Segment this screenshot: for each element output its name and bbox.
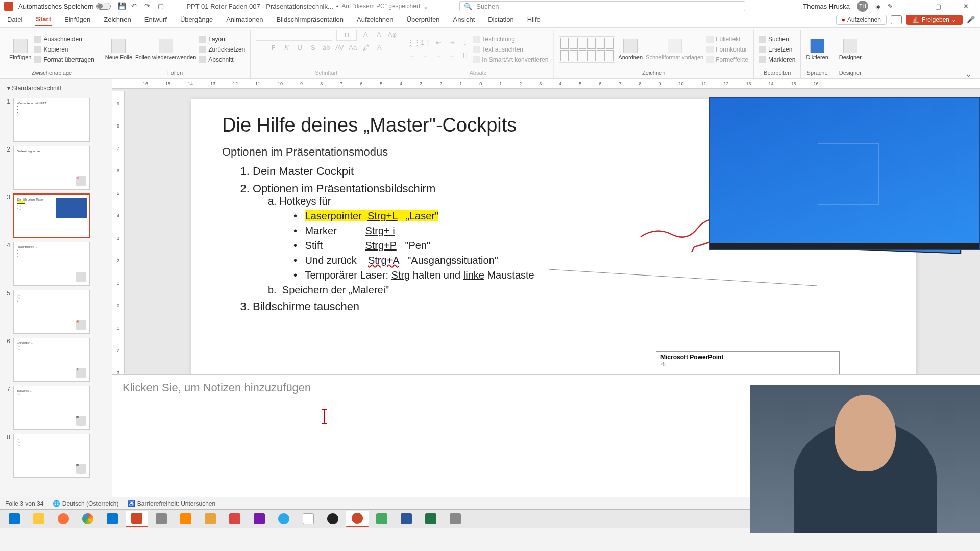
smartart-button[interactable]: In SmartArt konvertieren (473, 56, 548, 64)
app-button-5[interactable] (371, 511, 393, 527)
layout-button[interactable]: Layout (199, 35, 245, 43)
toggle-icon[interactable] (96, 3, 111, 10)
excel-button[interactable] (420, 511, 442, 527)
section-button[interactable]: Abschnitt (199, 56, 245, 64)
dictate-button[interactable]: Diktieren (806, 39, 828, 60)
grow-font-icon[interactable]: A (361, 31, 370, 40)
thumbnail-2[interactable]: Bedeutung in der ...🧠 (13, 146, 90, 190)
shape-rect-icon[interactable] (560, 38, 569, 49)
text-direction-button[interactable]: Textrichtung (473, 35, 548, 43)
app-button-3[interactable] (224, 511, 246, 527)
select-button[interactable]: Markieren (759, 56, 795, 64)
thumbnail-7[interactable]: Blickwinkel ...• ...🖼 (13, 386, 90, 430)
present-icon[interactable]: ▢ (158, 2, 166, 10)
font-size-select[interactable]: 11 (336, 30, 357, 41)
align-left-button[interactable]: ≡ (407, 51, 416, 60)
tab-start[interactable]: Start (35, 13, 52, 26)
minimize-button[interactable]: — (900, 1, 921, 12)
slide-position[interactable]: Folie 3 von 34 (5, 500, 43, 507)
justify-button[interactable]: ≡ (447, 51, 456, 60)
case-button[interactable]: Aa (348, 44, 357, 53)
shape-effects-button[interactable]: Formeffekte (706, 56, 748, 64)
tab-bildschirmpraesentation[interactable]: Bildschirmpräsentation (275, 14, 345, 26)
recording-button[interactable] (346, 511, 369, 527)
outlook-button[interactable] (101, 511, 124, 527)
align-text-button[interactable]: Text ausrichten (473, 45, 548, 54)
tab-ansicht[interactable]: Ansicht (452, 14, 476, 26)
columns-button[interactable]: ⫼ (460, 51, 470, 60)
thumbnail-6[interactable]: Grundlagen ...• ...• ...🕴 (13, 338, 90, 382)
clear-format-icon[interactable]: Aφ (387, 31, 397, 40)
word-button[interactable] (395, 511, 418, 527)
undo-icon[interactable]: ↶ (131, 2, 139, 10)
numbering-button[interactable]: 1⋮ (421, 39, 430, 48)
find-button[interactable]: Suchen (759, 35, 795, 43)
language-status[interactable]: 🌐 Deutsch (Österreich) (53, 500, 118, 507)
app-button-6[interactable] (444, 511, 467, 527)
shape-fill-button[interactable]: Fülleffekt (706, 35, 748, 43)
user-name[interactable]: Thomas Hruska (803, 3, 850, 10)
telegram-button[interactable] (273, 511, 295, 527)
file-explorer-button[interactable] (28, 511, 50, 527)
format-painter-button[interactable]: Format übertragen (34, 56, 94, 64)
line-spacing-button[interactable]: ↕ (460, 39, 470, 48)
reuse-slides-button[interactable]: Folien wiederverwenden (135, 39, 196, 60)
chrome-button[interactable] (77, 511, 99, 527)
tab-uebergaenge[interactable]: Übergänge (179, 14, 214, 26)
pen-icon[interactable]: ✎ (888, 3, 893, 10)
thumbnail-5[interactable]: • ...• ...• ...🍂 (13, 290, 90, 334)
outdent-button[interactable]: ⇤ (434, 39, 443, 48)
list-item[interactable]: Bildschirme tauschen (253, 300, 886, 313)
highlight-color-button[interactable]: 🖍 (361, 44, 371, 53)
designer-button[interactable]: Designer (839, 39, 862, 60)
avatar[interactable]: TH (857, 1, 868, 12)
reset-button[interactable]: Zurücksetzen (199, 45, 245, 54)
align-right-button[interactable]: ≡ (434, 51, 443, 60)
record-button[interactable]: Aufzeichnen (836, 15, 887, 25)
strike-button[interactable]: S (308, 44, 317, 53)
new-slide-button[interactable]: Neue Folie (105, 39, 132, 60)
bullets-button[interactable]: ⋮⋮ (407, 39, 416, 48)
tab-ueberpruefen[interactable]: Überprüfen (406, 14, 441, 26)
tab-entwurf[interactable]: Entwurf (143, 14, 168, 26)
onenote-button[interactable] (248, 511, 271, 527)
hotkey-row[interactable]: Und zurück Strg+A "Ausgangssituation" (293, 255, 886, 266)
diamond-icon[interactable]: ◈ (875, 3, 880, 10)
arrange-button[interactable]: Anordnen (618, 39, 643, 60)
shrink-font-icon[interactable]: A (374, 31, 383, 40)
slide-thumbnails-pane[interactable]: Standardabschnitt 1Was unterscheid PPT• … (0, 79, 112, 497)
spacing-button[interactable]: AV (335, 44, 344, 53)
firefox-button[interactable] (52, 511, 75, 527)
shape-outline-button[interactable]: Formkontur (706, 45, 748, 54)
quick-styles-button[interactable]: Schnellformat-vorlagen (646, 39, 703, 60)
cut-button[interactable]: Ausschneiden (34, 35, 94, 43)
tab-hilfe[interactable]: Hilfe (526, 14, 542, 26)
paste-button[interactable]: Einfügen (9, 39, 31, 60)
section-header[interactable]: Standardabschnitt (2, 83, 110, 94)
thumbnail-4[interactable]: Präsentationen ...• ...• ...• ... (13, 242, 90, 286)
powerpoint-taskbar-button[interactable] (126, 511, 148, 527)
underline-button[interactable]: U (295, 44, 304, 53)
app-button-2[interactable] (199, 511, 222, 527)
tab-dictation[interactable]: Dictation (487, 14, 515, 26)
replace-button[interactable]: Ersetzen (759, 45, 795, 54)
bold-button[interactable]: F (268, 44, 278, 53)
app-button-4[interactable] (297, 511, 320, 527)
share-button[interactable]: ⛵Freigeben⌄ (906, 15, 963, 25)
accessibility-status[interactable]: ♿ Barrierefreiheit: Untersuchen (128, 500, 215, 507)
chevron-down-icon[interactable]: ⌄ (423, 3, 429, 10)
maximize-button[interactable]: ▢ (928, 1, 948, 12)
indent-button[interactable]: ⇥ (447, 39, 456, 48)
mic-icon[interactable]: 🎤 (967, 16, 975, 23)
thumbnail-8[interactable]: ...• ...• ...🖼 (13, 434, 90, 478)
tab-aufzeichnen[interactable]: Aufzeichnen (356, 14, 395, 26)
font-color-button[interactable]: A (375, 44, 384, 53)
document-title[interactable]: PPT 01 Roter Faden 007 - Präsentationste… (186, 3, 429, 10)
collapse-ribbon-button[interactable]: ⌄ (962, 70, 976, 78)
app-button[interactable] (150, 511, 173, 527)
tab-zeichnen[interactable]: Zeichnen (103, 14, 132, 26)
search-input[interactable]: 🔍 Suchen (459, 1, 745, 11)
font-family-select[interactable] (256, 30, 332, 41)
save-icon[interactable]: 💾 (118, 2, 126, 10)
horizontal-ruler[interactable]: 1615141312111098765432101234567891011121… (112, 79, 980, 89)
